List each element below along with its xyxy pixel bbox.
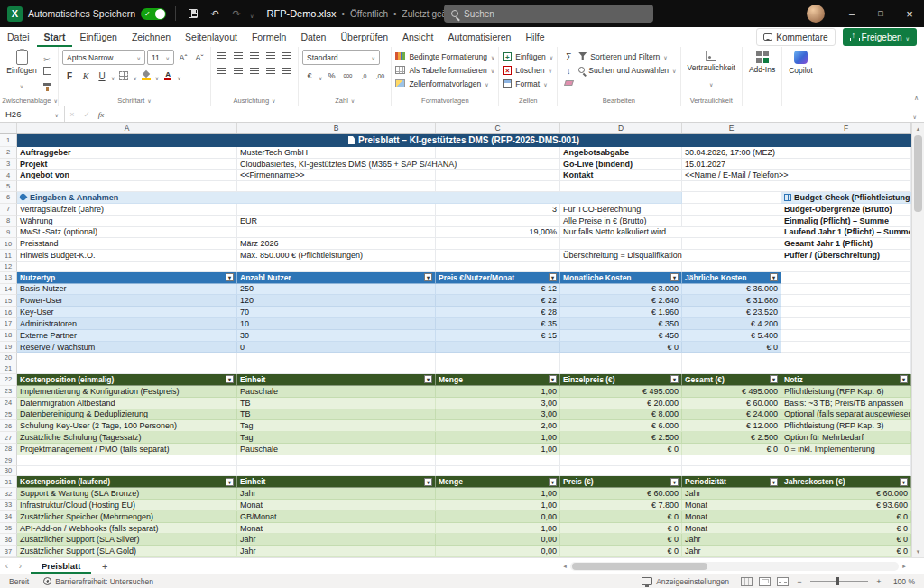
filter-button[interactable]: ▾ (549, 478, 557, 486)
col-header-D[interactable]: D (560, 123, 682, 133)
cell-C35[interactable]: 1,00 (436, 523, 560, 535)
row-header-15[interactable]: 15 (0, 295, 17, 307)
quick-access-chevron-icon[interactable] (250, 5, 254, 22)
cell-D9[interactable]: Nur falls Netto kalkuliert wird (560, 227, 781, 239)
cell-A21[interactable] (17, 363, 237, 374)
cell-E6[interactable] (682, 192, 781, 204)
zoom-slider[interactable] (810, 581, 868, 582)
clear-button[interactable] (561, 77, 576, 89)
cell-D32[interactable]: € 60.000 (560, 488, 682, 500)
cell-B37[interactable]: Jahr (237, 546, 436, 557)
cell-A20[interactable] (17, 353, 237, 363)
cell-A29[interactable] (17, 455, 237, 466)
cell-A2[interactable]: Auftraggeber (17, 147, 237, 159)
row-header-22[interactable]: 22 (0, 374, 17, 386)
filter-button[interactable]: ▾ (670, 375, 679, 383)
cell-A9[interactable]: MwSt.-Satz (optional) (17, 227, 237, 239)
cell-D29[interactable] (560, 455, 682, 466)
row-header-21[interactable]: 21 (0, 363, 17, 374)
cell-A32[interactable]: Support & Wartung (SLA Bronze) (17, 488, 237, 500)
cell-D21[interactable] (560, 363, 682, 374)
cell-E8[interactable] (682, 216, 781, 227)
tab-seitenlayout[interactable]: Seitenlayout (178, 27, 245, 47)
cell-E35[interactable]: Monat (682, 523, 781, 535)
cell-C36[interactable]: 0,00 (436, 534, 560, 546)
cell-C33[interactable]: 1,00 (436, 500, 560, 511)
row-header-35[interactable]: 35 (0, 523, 17, 535)
filter-button[interactable]: ▾ (900, 375, 908, 383)
sort-filter-button[interactable]: Sortieren und Filtern (578, 50, 676, 63)
row-header-2[interactable]: 2 (0, 147, 17, 159)
cell-A1[interactable]: Preisblatt – KI-gestütztes DMS (RFP-2026… (17, 134, 911, 147)
paste-button[interactable]: Einfügen (5, 50, 38, 92)
save-button[interactable] (185, 5, 201, 22)
cell-F8[interactable]: Einmalig (Pflicht) – Summe (781, 216, 911, 227)
row-header-14[interactable]: 14 (0, 284, 17, 296)
cell-F28[interactable]: 0 = inkl. Implementierung (781, 444, 911, 455)
cell-C37[interactable]: 0,00 (436, 546, 560, 557)
filter-button[interactable]: ▾ (549, 375, 557, 383)
cell-F36[interactable]: € 0 (781, 534, 911, 546)
row-header-10[interactable]: 10 (0, 238, 17, 250)
page-break-view-button[interactable] (777, 577, 789, 586)
row-header-26[interactable]: 26 (0, 420, 17, 432)
cell-B2[interactable]: MusterTech GmbH (237, 147, 436, 159)
enter-button[interactable] (79, 110, 94, 119)
cell-E25[interactable]: € 24.000 (682, 409, 781, 421)
cell-B16[interactable]: 70 (237, 307, 436, 318)
cell-B33[interactable]: Monat (237, 500, 436, 511)
cell-F15[interactable] (781, 295, 911, 307)
row-header-36[interactable]: 36 (0, 534, 17, 546)
row-header-32[interactable]: 32 (0, 488, 17, 500)
cell-E17[interactable]: € 4.200 (682, 318, 781, 330)
cell-C17[interactable]: € 35 (436, 318, 560, 330)
cell-B7[interactable] (237, 204, 436, 216)
row-header-13[interactable]: 13 (0, 272, 17, 284)
find-select-button[interactable]: Suchen und Auswählen (578, 63, 676, 77)
cell-A10[interactable]: Preisstand (17, 238, 237, 250)
cell-E22[interactable]: Gesamt (€)▾ (682, 374, 781, 386)
cell-F7[interactable]: Budget-Obergrenze (Brutto) (781, 204, 911, 216)
cell-D37[interactable]: € 0 (560, 546, 682, 557)
cell-A30[interactable] (17, 466, 237, 477)
cell-A27[interactable]: Zusätzliche Schulung (Tagessatz) (17, 432, 237, 444)
cell-F27[interactable]: Option für Mehrbedarf (781, 432, 911, 444)
cell-D13[interactable]: Monatliche Kosten▾ (560, 272, 682, 284)
cell-F13[interactable] (781, 272, 911, 284)
close-button[interactable] (895, 0, 924, 27)
cell-C32[interactable]: 1,00 (436, 488, 560, 500)
cell-D10[interactable] (560, 238, 682, 250)
zoom-slider-knob[interactable] (836, 577, 839, 585)
format-cells-button[interactable]: Format (503, 77, 553, 90)
cell-F35[interactable]: € 0 (781, 523, 911, 535)
row-header-27[interactable]: 27 (0, 432, 17, 444)
addins-button[interactable]: Add-Ins (746, 50, 778, 75)
cell-B31[interactable]: Einheit▾ (237, 476, 436, 488)
filter-button[interactable]: ▾ (549, 273, 557, 281)
cell-C26[interactable]: 2,00 (436, 420, 560, 432)
zoom-level[interactable]: 100 % (890, 577, 915, 586)
cell-A37[interactable]: Zusätzlicher Support (SLA Gold) (17, 546, 237, 557)
thousands-separator-button[interactable] (340, 69, 355, 82)
copy-button[interactable] (40, 65, 54, 78)
hscroll-thumb[interactable] (572, 563, 707, 570)
autosum-button[interactable] (561, 50, 576, 62)
borders-button[interactable] (116, 69, 131, 82)
cell-E27[interactable]: € 2.500 (682, 432, 781, 444)
cell-E3[interactable]: 15.01.2027 (682, 159, 911, 170)
cell-F23[interactable]: Pflichtleistung (RFP Kap. 6) (781, 386, 911, 398)
row-header-6[interactable]: 6 (0, 192, 17, 204)
col-header-A[interactable]: A (17, 123, 237, 133)
cell-B29[interactable] (237, 455, 436, 466)
cell-E30[interactable] (682, 466, 781, 477)
filter-button[interactable]: ▾ (670, 273, 679, 281)
cell-F31[interactable]: Jahreskosten (€)▾ (781, 476, 911, 488)
minimize-button[interactable] (837, 0, 866, 27)
row-header-24[interactable]: 24 (0, 398, 17, 409)
add-sheet-button[interactable] (97, 561, 113, 572)
cell-A22[interactable]: Kostenposition (einmalig)▾ (17, 374, 237, 386)
cell-B22[interactable]: Einheit▾ (237, 374, 436, 386)
increase-font-button[interactable] (176, 51, 190, 64)
cell-E12[interactable] (682, 262, 781, 272)
decrease-decimal-button[interactable] (373, 69, 387, 82)
